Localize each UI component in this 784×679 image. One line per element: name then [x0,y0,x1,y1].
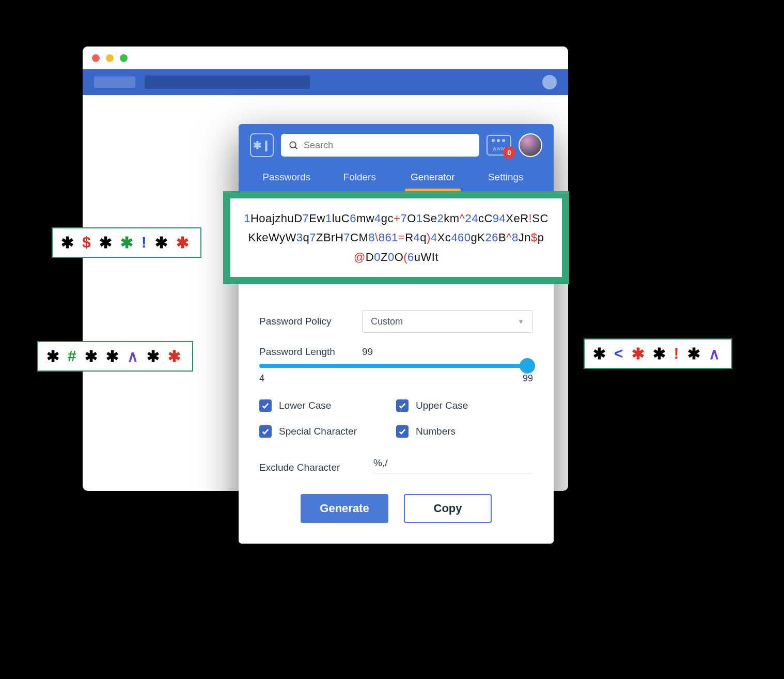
browser-toolbar [83,69,568,95]
checkbox-uppercase[interactable]: Upper Case [396,399,533,412]
numbers-label: Numbers [416,426,456,437]
browser-titlebar [83,47,568,69]
length-min: 4 [259,373,264,384]
checkbox-lowercase[interactable]: Lower Case [259,399,396,412]
length-value: 99 [362,346,373,358]
tab-generator[interactable]: Generator [396,164,469,191]
svg-line-1 [295,147,297,149]
toolbar-placeholder [94,76,135,88]
checkmark-icon [259,425,272,438]
checkmark-icon [396,399,409,412]
panel-header: ✱❙ www 0 Passwords Folders Generator Set… [239,124,554,191]
tab-bar: Passwords Folders Generator Settings [250,164,542,191]
tab-folders[interactable]: Folders [323,164,397,191]
checkbox-special[interactable]: Special Character [259,425,396,438]
exclude-input[interactable] [372,455,533,473]
generated-password-display[interactable]: 1HoajzhuD7Ew1luC6mw4gc+7O1Se2km^24cC94Xe… [223,191,569,284]
browser-extension-icon[interactable]: www 0 [487,135,511,156]
checkmark-icon [396,425,409,438]
svg-point-0 [290,142,296,148]
copy-button[interactable]: Copy [404,494,492,523]
window-zoom-dot[interactable] [120,54,128,62]
lowercase-label: Lower Case [279,400,331,411]
special-label: Special Character [279,426,357,437]
policy-label: Password Policy [259,316,350,327]
exclude-label: Exclude Character [259,462,360,473]
checkmark-icon [259,399,272,412]
policy-value: Custom [371,316,403,327]
search-input[interactable] [304,140,472,151]
notification-count: 0 [503,146,515,159]
length-slider[interactable] [259,364,533,368]
uppercase-label: Upper Case [416,400,468,411]
generator-form: Password Policy Custom ▼ Password Length… [239,284,554,523]
tab-settings[interactable]: Settings [469,164,543,191]
decor-glyph-tag-3: ✱<✱✱!✱∧ [584,338,732,369]
decor-glyph-tag-1: ✱$✱✱!✱✱ [52,227,201,258]
length-max: 99 [523,373,533,384]
address-bar-placeholder[interactable] [145,75,310,89]
search-field[interactable] [281,134,479,157]
length-label: Password Length [259,346,350,358]
generate-button[interactable]: Generate [301,494,388,523]
window-minimize-dot[interactable] [106,54,114,62]
window-close-dot[interactable] [92,54,100,62]
vault-icon[interactable]: ✱❙ [250,133,274,157]
tab-passwords[interactable]: Passwords [250,164,323,191]
slider-thumb[interactable] [520,358,535,374]
decor-glyph-tag-2: ✱#✱✱∧✱✱ [37,341,193,372]
toolbar-profile-icon[interactable] [542,75,557,89]
checkbox-numbers[interactable]: Numbers [396,425,533,438]
chevron-down-icon: ▼ [518,318,524,326]
search-icon [288,140,299,150]
policy-select[interactable]: Custom ▼ [362,310,533,333]
user-avatar[interactable] [519,133,542,157]
password-manager-panel: ✱❙ www 0 Passwords Folders Generator Set… [239,124,554,544]
